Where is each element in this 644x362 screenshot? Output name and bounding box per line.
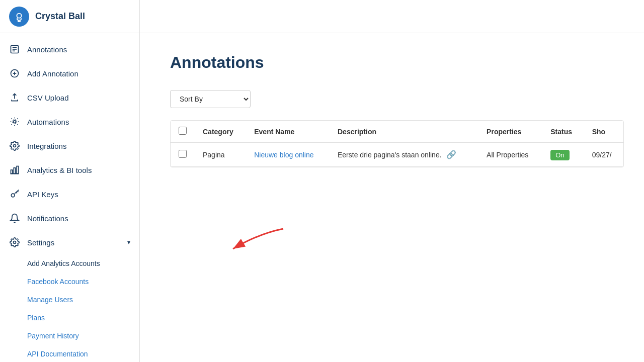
status-badge: On — [550, 150, 569, 160]
table-row: Pagina Nieuwe blog online Eerste drie pa… — [171, 143, 623, 167]
annotations-table-container: Category Event Name Description Properti… — [170, 120, 624, 167]
list-icon — [9, 44, 20, 55]
sidebar-item-annotations[interactable]: Annotations — [0, 37, 139, 61]
row-checkbox[interactable] — [179, 150, 187, 158]
sort-by-select[interactable]: Sort By Category Event Name Description … — [170, 90, 251, 108]
main-header — [140, 0, 644, 33]
submenu-item-plans[interactable]: Plans — [0, 309, 139, 327]
sidebar-item-label: Notifications — [27, 214, 68, 223]
svg-rect-12 — [14, 168, 15, 174]
sidebar-item-label: Integrations — [27, 142, 66, 150]
sidebar-item-integrations[interactable]: Integrations — [0, 134, 139, 158]
sort-bar: Sort By Category Event Name Description … — [170, 90, 624, 108]
table-header-description: Description — [330, 121, 478, 143]
row-description: Eerste drie pagina's staan online. 🔗 — [330, 143, 478, 167]
sidebar-item-analytics-bi[interactable]: Analytics & BI tools — [0, 158, 139, 182]
table-header-status: Status — [542, 121, 584, 143]
svg-rect-11 — [11, 170, 13, 174]
row-checkbox-cell — [171, 143, 195, 167]
submenu-item-add-analytics-accounts[interactable]: Add Analytics Accounts — [0, 254, 139, 273]
main-content-area: Annotations Sort By Category Event Name … — [140, 0, 644, 362]
app-name: Crystal Ball — [35, 11, 85, 22]
table-header-row: Category Event Name Description Properti… — [171, 121, 623, 143]
sidebar-item-label: Analytics & BI tools — [27, 166, 92, 174]
upload-icon — [9, 92, 20, 103]
key-icon — [9, 189, 20, 200]
row-category: Pagina — [195, 143, 246, 167]
svg-point-15 — [11, 194, 15, 197]
submenu-item-facebook-accounts[interactable]: Facebook Accounts — [0, 273, 139, 291]
table-header-event-name: Event Name — [246, 121, 330, 143]
select-all-checkbox[interactable] — [179, 127, 187, 135]
gear-cog-icon — [9, 116, 20, 127]
chart-icon — [9, 164, 20, 175]
settings-submenu: Add Analytics Accounts Facebook Accounts… — [0, 254, 139, 362]
row-date: 09/27/ — [584, 143, 623, 167]
event-name-link[interactable]: Nieuwe blog online — [254, 151, 313, 159]
row-status: On — [542, 143, 584, 167]
app-logo-area[interactable]: Crystal Ball — [0, 0, 139, 33]
settings-icon — [9, 237, 20, 248]
svg-point-19 — [14, 241, 16, 244]
table-header-show: Sho — [584, 121, 623, 143]
table-header-checkbox-cell — [171, 121, 195, 143]
sidebar-item-csv-upload[interactable]: CSV Upload — [0, 85, 139, 110]
sidebar-item-label: Automations — [27, 118, 69, 126]
plus-icon — [9, 68, 20, 79]
sidebar: Crystal Ball Annotations Add Annotation … — [0, 0, 140, 362]
svg-point-10 — [14, 145, 16, 147]
svg-point-8 — [14, 121, 16, 123]
svg-rect-13 — [17, 166, 18, 174]
bell-icon — [9, 213, 20, 224]
row-properties: All Properties — [478, 143, 542, 167]
sidebar-item-label: Annotations — [27, 45, 67, 54]
row-description-text: Eerste drie pagina's staan online. — [338, 151, 442, 159]
sidebar-item-automations[interactable]: Automations — [0, 110, 139, 134]
arrow-annotation — [218, 224, 298, 264]
chevron-down-icon: ▾ — [127, 239, 130, 246]
submenu-item-api-documentation[interactable]: API Documentation — [0, 345, 139, 362]
sidebar-item-api-keys[interactable]: API Keys — [0, 182, 139, 206]
sidebar-item-label: Settings — [27, 238, 54, 247]
submenu-item-payment-history[interactable]: Payment History — [0, 327, 139, 345]
logo-icon — [9, 7, 29, 27]
sidebar-item-label: CSV Upload — [27, 94, 69, 102]
table-header-properties: Properties — [478, 121, 542, 143]
main-nav: Annotations Add Annotation CSV Upload Au… — [0, 33, 139, 362]
submenu-item-manage-users[interactable]: Manage Users — [0, 291, 139, 309]
row-event-name: Nieuwe blog online — [246, 143, 330, 167]
sidebar-item-notifications[interactable]: Notifications — [0, 206, 139, 230]
sidebar-item-add-annotation[interactable]: Add Annotation — [0, 61, 139, 85]
sidebar-item-label: API Keys — [27, 190, 58, 199]
table-header-category: Category — [195, 121, 246, 143]
annotations-table: Category Event Name Description Properti… — [171, 121, 623, 167]
gear-icon — [9, 140, 20, 151]
sidebar-item-label: Add Annotation — [27, 69, 78, 78]
page-title: Annotations — [170, 53, 624, 72]
main-body: Annotations Sort By Category Event Name … — [140, 33, 644, 188]
sidebar-item-settings[interactable]: Settings ▾ — [0, 230, 139, 254]
svg-point-0 — [17, 13, 21, 18]
external-link-icon[interactable]: 🔗 — [446, 150, 456, 159]
svg-line-18 — [16, 193, 17, 194]
svg-line-17 — [18, 191, 19, 192]
